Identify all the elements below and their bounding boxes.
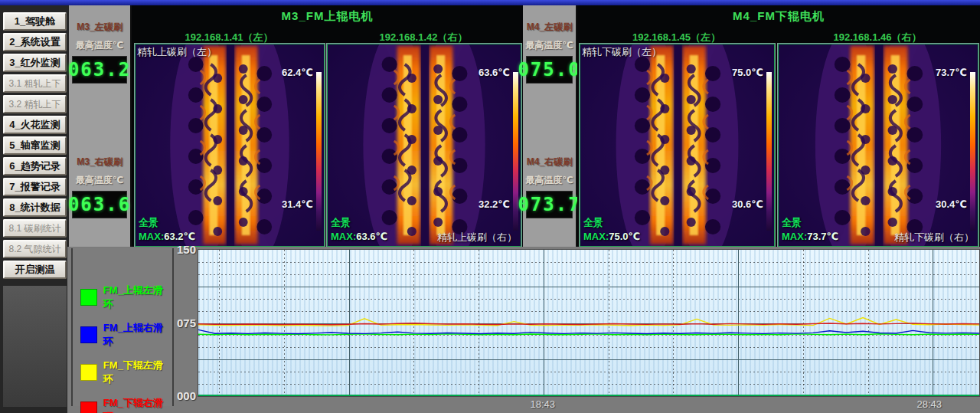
legend-item: FM_上辊右滑环 [80,321,172,349]
temperature-colorbar [766,72,772,231]
color-square-icon [80,402,97,413]
scale-min-temp: 31.4℃ [282,199,313,211]
scale-max-temp: 63.6℃ [479,67,510,79]
camera-name-overlay: 精轧上碳刷（左） [137,47,217,58]
led-temperature-display: 075.0 [526,56,573,84]
trend-line-FM_上辊右滑环 [198,329,979,333]
led-temperature-display: 063.2 [72,56,127,84]
max-temp-caption: 最高温度℃ [69,39,130,52]
sidebar-menu: 1_驾驶舱2_系统设置3_红外监测3.1 粗轧上下3.2 精轧上下4_火花监测5… [0,11,69,281]
camera-ip-label: 192.168.1.42（右） [327,31,520,44]
title-bar [0,0,980,5]
legend-label: FM_下辊左滑环 [103,359,172,386]
camera-ip-label: 192.168.1.41（左） [135,31,323,44]
bottom-left-filler [0,247,67,413]
max-temp-readout: MAX:75.0℃ [583,231,640,243]
legend-item: FM_上辊左滑环 [80,284,172,311]
temperature-colorbar [970,72,975,231]
scale-min-temp: 30.6℃ [732,199,763,211]
scale-max-temp: 62.4℃ [282,67,313,79]
legend-label: FM_上辊右滑环 [103,321,172,349]
x-axis-tick: 18:43 [526,398,560,410]
trend-chart-region: FM_上辊左滑环FM_上辊右滑环FM_下辊左滑环FM_下辊右滑环 温度实时曲线（… [67,247,980,413]
legend-item: FM_下辊右滑环 [80,396,172,413]
thermal-camera-view[interactable]: 精轧下碳刷（左） 75.0℃ 30.6℃ 全景 MAX:75.0℃ [580,44,775,247]
temperature-colorbar [316,72,322,231]
y-axis-tick: 000 [172,389,196,402]
panorama-label: 全景 [331,218,351,229]
sidebar-item-10[interactable]: 8_统计数据 [3,198,67,217]
camera-panel-m4: M4_FM下辊电机 192.168.1.45（左） 192.168.1.46（右… [577,5,980,247]
legend-item: FM_下辊左滑环 [80,359,172,386]
sidebar-item-11[interactable]: 8.1 碳刷统计 [3,219,67,238]
sidebar-item-1[interactable]: 1_驾驶舱 [3,12,67,31]
scale-min-temp: 32.2℃ [479,199,510,211]
device-label: M4_右碳刷 [523,156,576,169]
max-temp-caption: 最高温度℃ [523,174,576,187]
device-label: M4_左碳刷 [523,21,576,34]
device-label: M3_右碳刷 [69,156,130,169]
panel-title: M4_FM下辊电机 [577,9,980,24]
max-temp-caption: 最高温度℃ [523,39,576,52]
thermal-camera-view[interactable]: 精轧下碳刷（右） 73.7℃ 30.4℃ 全景 MAX:73.7℃ [778,44,978,247]
max-temp-readout: MAX:73.7℃ [782,231,838,243]
panorama-label: 全景 [782,218,802,229]
panel-title: M3_FM上辊电机 [132,9,523,24]
sidebar-item-6[interactable]: 4_火花监测 [3,116,67,134]
sidebar-item-7[interactable]: 5_轴窜监测 [3,136,67,155]
x-axis-tick: 28:43 [913,398,946,410]
chart-legend: FM_上辊左滑环FM_上辊右滑环FM_下辊左滑环FM_下辊右滑环 温度实时曲线（… [71,248,174,406]
color-square-icon [80,326,97,343]
sidebar-item-2[interactable]: 2_系统设置 [3,33,67,51]
thermal-camera-view[interactable]: 精轧上碳刷（右） 63.6℃ 32.2℃ 全景 MAX:63.6℃ [327,44,521,247]
camera-ip-label: 192.168.1.46（右） [778,31,977,44]
panorama-label: 全景 [583,218,603,229]
camera-name-overlay: 精轧上碳刷（右） [437,232,517,244]
sidebar-item-5[interactable]: 3.2 精轧上下 [3,95,67,113]
sidebar-item-3[interactable]: 3_红外监测 [3,54,67,72]
sidebar-item-4[interactable]: 3.1 粗轧上下 [3,74,67,93]
sidebar-item-9[interactable]: 7_报警记录 [3,178,67,196]
sidebar-item-8[interactable]: 6_趋势记录 [3,157,67,175]
camera-ip-label: 192.168.1.45（左） [580,31,773,44]
temperature-display-column-m3: M3_左碳刷 最高温度℃ 063.2 M3_右碳刷 最高温度℃ 063.6 [69,5,132,247]
led-temperature-display: 073.7 [526,191,573,218]
device-label: M3_左碳刷 [69,21,130,34]
max-temp-readout: MAX:63.6℃ [331,231,387,243]
camera-name-overlay: 精轧下碳刷（左） [582,47,662,58]
scale-max-temp: 75.0℃ [732,67,763,79]
legend-label: FM_上辊左滑环 [103,284,172,311]
color-square-icon [80,364,97,381]
color-square-icon [80,289,97,306]
panorama-label: 全景 [139,218,158,229]
legend-label: FM_下辊右滑环 [103,396,172,413]
y-axis-tick: 150 [172,243,196,256]
thermal-camera-view[interactable]: 精轧上碳刷（左） 62.4℃ 31.4℃ 全景 MAX:63.2℃ [135,44,325,247]
max-temp-caption: 最高温度℃ [69,174,130,187]
scale-min-temp: 30.4℃ [936,199,967,211]
scale-max-temp: 73.7℃ [936,67,967,79]
camera-name-overlay: 精轧下碳刷（右） [894,232,974,244]
trend-chart-plot [198,249,980,397]
max-temp-readout: MAX:63.2℃ [139,231,195,243]
temperature-display-column-m4: M4_左碳刷 最高温度℃ 075.0 M4_右碳刷 最高温度℃ 073.7 [523,5,577,247]
y-axis-tick: 075 [172,316,196,329]
led-temperature-display: 063.6 [72,191,127,218]
camera-panel-m3: M3_FM上辊电机 192.168.1.41（左） 192.168.1.42（右… [132,5,523,247]
trend-line-FM_上辊左滑环 [198,334,979,335]
